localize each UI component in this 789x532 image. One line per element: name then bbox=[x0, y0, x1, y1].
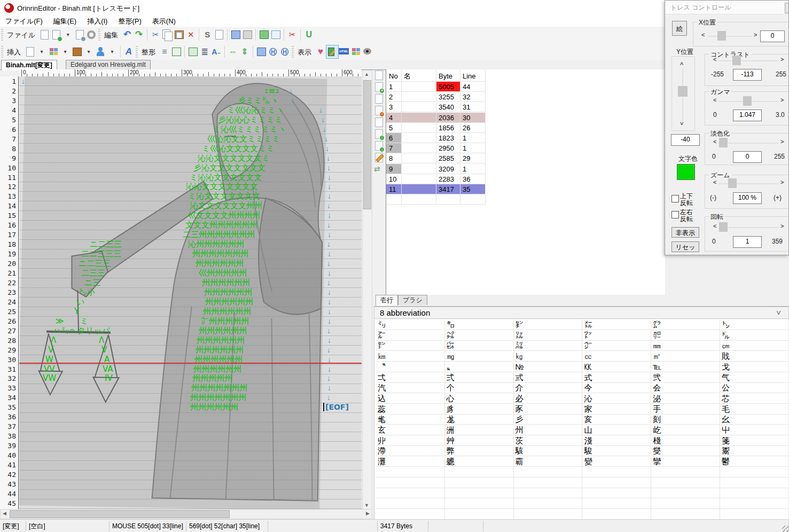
table-cell-r7-名[interactable] bbox=[401, 143, 436, 153]
insert-box-icon[interactable] bbox=[71, 45, 83, 58]
palette-char-cell[interactable]: ℡ bbox=[651, 362, 720, 372]
vscroll-thumb[interactable] bbox=[363, 80, 371, 209]
fade-right-arrow[interactable]: > bbox=[780, 138, 784, 145]
palette-char-cell[interactable]: 今 bbox=[582, 382, 651, 393]
table-cell-r1-Byte[interactable]: 5005 bbox=[436, 82, 460, 92]
insert-palette-dropdown-icon[interactable]: ▾ bbox=[59, 45, 71, 58]
palette-char-cell[interactable]: ㍉ bbox=[376, 319, 445, 330]
run-box-icon[interactable] bbox=[170, 45, 182, 58]
table-cell-r11-Byte[interactable]: 3417 bbox=[436, 184, 460, 194]
table-cell-r10-Byte[interactable]: 2283 bbox=[436, 174, 460, 184]
palette-char-cell[interactable]: 駭 bbox=[514, 445, 583, 456]
file-table[interactable]: No名ByteLine15005442325532335403142036305… bbox=[386, 69, 665, 295]
palette-char-cell[interactable]: 沁 bbox=[582, 393, 651, 404]
circle-h1-icon[interactable]: Ⓗ bbox=[267, 45, 279, 58]
table-cell-r2-名[interactable] bbox=[401, 92, 436, 102]
palette-char-cell[interactable]: 〝 bbox=[376, 362, 445, 372]
y-pos-slider-thumb[interactable] bbox=[678, 86, 688, 97]
insert-palette-icon[interactable] bbox=[48, 45, 59, 58]
contrast-left-arrow[interactable]: < bbox=[713, 56, 716, 62]
cut-red-icon[interactable]: ✂ bbox=[286, 28, 298, 41]
palette-char-cell[interactable]: 戈 bbox=[720, 362, 789, 372]
palette-char-cell[interactable]: ㌘ bbox=[651, 319, 720, 330]
palette-char-cell[interactable]: ㎏ bbox=[514, 351, 583, 362]
x-pos-slider-thumb[interactable] bbox=[717, 31, 726, 41]
menu-item-0[interactable]: ファイル(F) bbox=[0, 15, 48, 28]
table-cell-r5-名[interactable] bbox=[401, 123, 436, 133]
table-cell-r2-Byte[interactable]: 3255 bbox=[436, 92, 460, 102]
table-cell-r8-名[interactable] bbox=[401, 153, 436, 163]
palette-char-cell[interactable]: 丱 bbox=[376, 435, 445, 446]
palette-char-cell[interactable]: 个 bbox=[445, 382, 514, 393]
font-minus-icon[interactable]: A₋ bbox=[210, 45, 222, 58]
palette-char-cell[interactable]: 屮 bbox=[720, 425, 789, 435]
list-duplicate-icon[interactable] bbox=[374, 118, 385, 128]
palette-char-cell[interactable]: ㌃ bbox=[376, 330, 445, 341]
table-cell-r9-Line[interactable]: 1 bbox=[460, 164, 485, 174]
palette-char-cell[interactable]: ㏄ bbox=[582, 351, 651, 362]
x-pos-left-arrow[interactable]: < bbox=[701, 32, 705, 38]
insert-box-dropdown-icon[interactable]: ▾ bbox=[83, 45, 95, 58]
palette-char-cell[interactable]: 公 bbox=[720, 382, 789, 393]
palette-char-cell[interactable]: 心 bbox=[445, 393, 514, 404]
list-move-down-icon[interactable]: ↓ bbox=[374, 141, 385, 151]
palette-char-cell[interactable]: 会 bbox=[651, 382, 720, 393]
table-cell-r1-No[interactable]: 1 bbox=[386, 82, 401, 92]
shift-left-icon[interactable] bbox=[187, 45, 199, 58]
toolbar-gripper[interactable] bbox=[1, 46, 3, 58]
palette-char-cell[interactable]: 毟 bbox=[376, 414, 445, 425]
palette-char-cell[interactable]: ㍍ bbox=[582, 319, 651, 330]
palette-char-cell[interactable]: 箋 bbox=[720, 435, 789, 446]
x-pos-slider-track[interactable] bbox=[708, 36, 752, 37]
palette-char-cell[interactable]: 蕊 bbox=[376, 404, 445, 414]
table-cell-r7-Byte[interactable]: 2950 bbox=[436, 143, 460, 153]
u-green-icon[interactable]: U bbox=[303, 28, 315, 41]
palette-char-cell[interactable]: 气 bbox=[720, 372, 789, 383]
palette-char-cell[interactable]: 尨 bbox=[445, 414, 514, 425]
vertical-arrow-icon[interactable]: ⇕ bbox=[239, 45, 251, 58]
palette-char-cell[interactable]: 豕 bbox=[514, 404, 583, 414]
y-pos-up-arrow[interactable]: ˄ bbox=[680, 60, 683, 67]
palette-char-cell[interactable]: ㎝ bbox=[720, 340, 789, 351]
editor-canvas[interactable]: ↓ｪ≡ｭ↓彡ミミ㌦ヽ↓ミ巛沁沁ミミヽ↓彡沁沁心ミミミミ↓ミ沁巛ミミミミミヽ↓巛沁… bbox=[19, 76, 362, 509]
palette-char-cell[interactable]: ㎜ bbox=[651, 340, 720, 351]
x-pos-right-arrow[interactable]: > bbox=[754, 32, 757, 38]
palette-char-cell[interactable]: 手 bbox=[651, 404, 720, 414]
hscroll-thumb[interactable] bbox=[10, 510, 230, 518]
palette-char-cell[interactable]: 亥 bbox=[582, 414, 651, 425]
toolbar-gripper[interactable] bbox=[1, 29, 3, 41]
table-cell-r8-Line[interactable]: 29 bbox=[460, 153, 485, 163]
palette-char-cell[interactable]: № bbox=[514, 362, 583, 372]
palette-char-cell[interactable]: 滯 bbox=[376, 445, 445, 456]
delete-icon[interactable]: ✕ bbox=[185, 28, 197, 41]
heart-icon[interactable]: ♥ bbox=[315, 45, 326, 58]
table-cell-r5-Byte[interactable]: 1856 bbox=[436, 123, 460, 133]
palette-char-cell[interactable]: 玄 bbox=[376, 425, 445, 435]
table-cell-r3-No[interactable]: 3 bbox=[386, 102, 401, 112]
menu-item-2[interactable]: 挿入(I) bbox=[82, 15, 113, 28]
y-position-value[interactable]: -40 bbox=[671, 134, 700, 146]
selection-box-icon[interactable] bbox=[230, 28, 241, 41]
table-cell-r4-名[interactable] bbox=[401, 113, 436, 123]
list-add-icon[interactable]: + bbox=[374, 82, 385, 92]
layers-icon[interactable] bbox=[258, 28, 270, 41]
open-dropdown-icon[interactable]: ▾ bbox=[62, 28, 74, 41]
undo-icon[interactable]: ↶ bbox=[121, 28, 133, 41]
align-lines-icon[interactable]: ≣ bbox=[199, 45, 210, 58]
toolbar-gripper[interactable] bbox=[98, 29, 100, 41]
table-cell-r7-No[interactable]: 7 bbox=[386, 143, 401, 153]
insert-page-icon[interactable] bbox=[24, 45, 36, 58]
list-edit-pencil-icon[interactable] bbox=[374, 153, 385, 163]
zoom-slider-thumb[interactable] bbox=[728, 178, 737, 188]
palette-char-cell[interactable]: 軈 bbox=[445, 456, 514, 467]
palette-char-cell[interactable]: ㌶ bbox=[445, 330, 514, 341]
zoom-value[interactable]: 100 % bbox=[733, 192, 762, 204]
new-file-icon[interactable] bbox=[38, 28, 50, 41]
trace-mode-icon[interactable] bbox=[326, 45, 338, 58]
zoom-right-arrow[interactable]: > bbox=[780, 179, 784, 185]
document-tab-0[interactable]: Binah.mlt[変更] bbox=[1, 60, 57, 71]
contrast-slider-thumb[interactable] bbox=[732, 56, 741, 65]
contrast-right-arrow[interactable]: > bbox=[780, 56, 784, 62]
font-a-icon[interactable]: A bbox=[123, 45, 135, 58]
table-cell-r4-Line[interactable]: 30 bbox=[460, 113, 485, 123]
